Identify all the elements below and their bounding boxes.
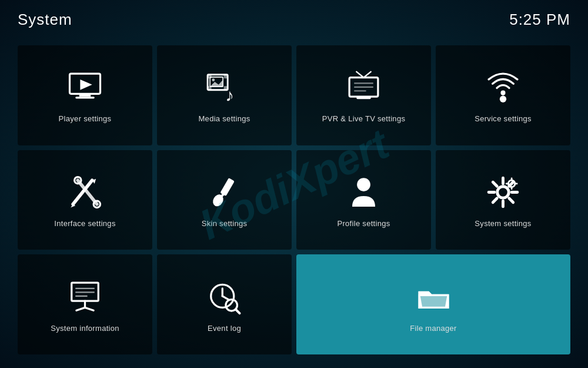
tile-interface-settings[interactable]: Interface settings xyxy=(18,150,152,250)
tile-service-settings[interactable]: Service settings xyxy=(436,45,570,145)
svg-rect-7 xyxy=(224,75,228,79)
svg-marker-3 xyxy=(80,79,92,90)
tile-profile-settings[interactable]: Profile settings xyxy=(296,150,431,250)
profile-settings-label: Profile settings xyxy=(337,219,390,228)
system-information-icon xyxy=(65,277,106,318)
svg-point-32 xyxy=(497,187,509,198)
svg-rect-1 xyxy=(79,94,91,97)
media-settings-label: Media settings xyxy=(198,114,250,123)
player-settings-icon xyxy=(65,67,106,108)
svg-point-20 xyxy=(500,95,506,102)
media-settings-icon: ♪ xyxy=(204,67,245,108)
svg-line-58 xyxy=(236,310,240,314)
tile-system-information[interactable]: System information xyxy=(18,254,152,354)
tile-pvr-settings[interactable]: PVR & Live TV settings xyxy=(296,45,431,145)
tile-system-settings[interactable]: System settings xyxy=(436,150,570,250)
interface-settings-label: Interface settings xyxy=(54,219,115,228)
svg-line-52 xyxy=(76,308,85,311)
svg-line-40 xyxy=(493,198,497,203)
svg-line-56 xyxy=(222,296,229,300)
svg-rect-28 xyxy=(220,178,234,197)
system-settings-label: System settings xyxy=(475,219,531,228)
interface-settings-icon xyxy=(65,172,106,213)
skin-settings-label: Skin settings xyxy=(202,219,248,228)
clock: 5:25 PM xyxy=(509,11,570,29)
tile-player-settings[interactable]: Player settings xyxy=(18,45,152,145)
tile-skin-settings[interactable]: Skin settings xyxy=(157,150,292,250)
tile-media-settings[interactable]: ♪ Media settings xyxy=(157,45,292,145)
svg-line-53 xyxy=(85,308,94,311)
svg-line-37 xyxy=(493,183,497,187)
svg-rect-13 xyxy=(356,97,370,99)
tile-event-log[interactable]: Event log xyxy=(157,254,292,354)
page-title: System xyxy=(18,11,72,29)
svg-point-11 xyxy=(212,78,215,81)
svg-text:♪: ♪ xyxy=(225,86,234,105)
system-settings-icon xyxy=(483,172,524,213)
tile-file-manager[interactable]: File manager xyxy=(296,254,570,354)
file-manager-label: File manager xyxy=(410,324,456,333)
player-settings-label: Player settings xyxy=(59,114,112,123)
system-information-label: System information xyxy=(51,324,119,333)
service-settings-label: Service settings xyxy=(475,114,532,123)
service-settings-icon xyxy=(483,67,524,108)
header: System 5:25 PM xyxy=(0,0,588,39)
event-log-label: Event log xyxy=(208,324,241,333)
svg-point-42 xyxy=(510,183,513,185)
file-manager-icon xyxy=(413,277,454,318)
profile-settings-icon xyxy=(343,172,385,213)
skin-settings-icon xyxy=(204,172,245,213)
settings-grid: Player settings ♪ Media settings xyxy=(0,39,588,366)
svg-point-31 xyxy=(357,178,370,192)
svg-line-38 xyxy=(509,198,513,203)
pvr-settings-icon xyxy=(343,67,385,108)
event-log-icon xyxy=(204,277,245,318)
pvr-settings-label: PVR & Live TV settings xyxy=(322,114,405,123)
svg-rect-2 xyxy=(75,97,95,98)
